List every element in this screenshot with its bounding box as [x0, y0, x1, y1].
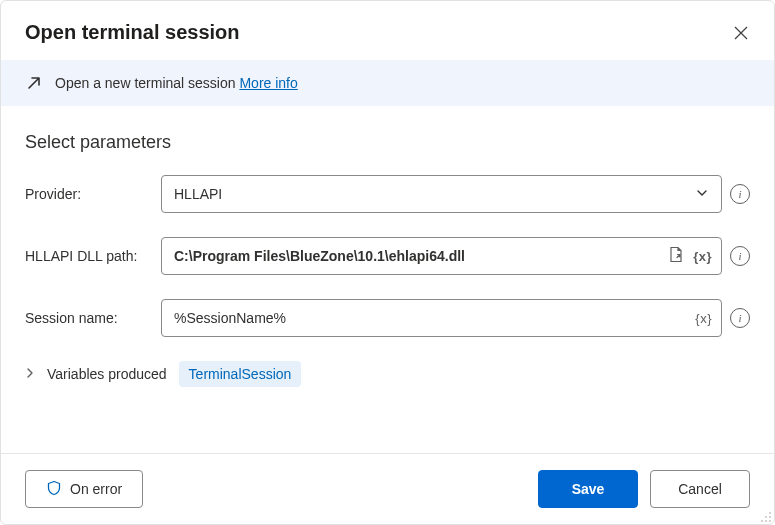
svg-point-1: [765, 516, 767, 518]
provider-value: HLLAPI: [174, 186, 695, 202]
session-value: %SessionName%: [174, 310, 709, 326]
variable-chip[interactable]: TerminalSession: [179, 361, 302, 387]
session-row: Session name: %SessionName% {x} i: [25, 299, 750, 337]
variable-token-icon[interactable]: {x}: [695, 311, 712, 326]
dllpath-right-icons: {x}: [667, 246, 712, 267]
session-input[interactable]: %SessionName% {x}: [161, 299, 722, 337]
dllpath-control: C:\Program Files\BlueZone\10.1\ehlapi64.…: [161, 237, 722, 275]
session-right-icons: {x}: [695, 311, 712, 326]
chevron-down-icon: [695, 186, 709, 203]
session-control: %SessionName% {x}: [161, 299, 722, 337]
dialog-content: Select parameters Provider: HLLAPI i HLL…: [1, 106, 774, 453]
dialog-title: Open terminal session: [25, 21, 240, 44]
banner-text-content: Open a new terminal session: [55, 75, 239, 91]
svg-point-3: [761, 520, 763, 522]
variables-produced-row[interactable]: Variables produced TerminalSession: [25, 361, 750, 387]
variables-produced-label: Variables produced: [47, 366, 167, 382]
on-error-label: On error: [70, 481, 122, 497]
resize-grip-icon[interactable]: [760, 510, 772, 522]
provider-select[interactable]: HLLAPI: [161, 175, 722, 213]
close-icon: [734, 26, 748, 40]
svg-point-2: [769, 516, 771, 518]
save-button[interactable]: Save: [538, 470, 638, 508]
svg-point-0: [769, 512, 771, 514]
chevron-right-icon: [25, 367, 35, 381]
section-title: Select parameters: [25, 132, 750, 153]
dllpath-info-icon[interactable]: i: [730, 246, 750, 266]
dialog-footer: On error Save Cancel: [1, 453, 774, 524]
session-info-icon[interactable]: i: [730, 308, 750, 328]
provider-control: HLLAPI: [161, 175, 722, 213]
variable-token-icon[interactable]: {x}: [693, 249, 712, 264]
dllpath-row: HLLAPI DLL path: C:\Program Files\BlueZo…: [25, 237, 750, 275]
dllpath-input[interactable]: C:\Program Files\BlueZone\10.1\ehlapi64.…: [161, 237, 722, 275]
provider-label: Provider:: [25, 186, 153, 202]
session-label: Session name:: [25, 310, 153, 326]
info-banner: Open a new terminal session More info: [1, 60, 774, 106]
provider-info-icon[interactable]: i: [730, 184, 750, 204]
file-picker-icon[interactable]: [667, 246, 685, 267]
cancel-button[interactable]: Cancel: [650, 470, 750, 508]
on-error-button[interactable]: On error: [25, 470, 143, 508]
dialog-header: Open terminal session: [1, 1, 774, 60]
dllpath-label: HLLAPI DLL path:: [25, 248, 153, 264]
more-info-link[interactable]: More info: [239, 75, 297, 91]
close-button[interactable]: [732, 24, 750, 42]
provider-row: Provider: HLLAPI i: [25, 175, 750, 213]
banner-text: Open a new terminal session More info: [55, 75, 298, 91]
svg-point-4: [765, 520, 767, 522]
svg-point-5: [769, 520, 771, 522]
dllpath-value: C:\Program Files\BlueZone\10.1\ehlapi64.…: [174, 248, 709, 264]
open-arrow-icon: [25, 74, 43, 92]
shield-icon: [46, 480, 62, 499]
